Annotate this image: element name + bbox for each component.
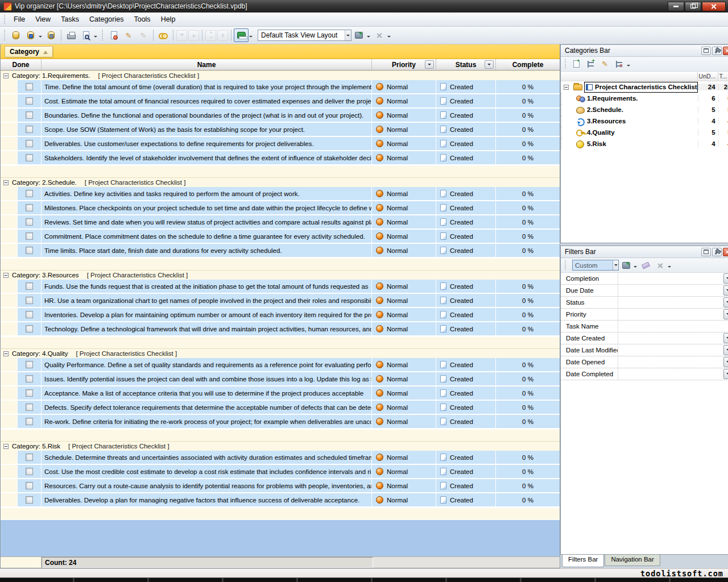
task-name-cell[interactable]: Cost. Estimate the total amount of finan… — [42, 94, 372, 109]
done-cell[interactable] — [18, 386, 42, 401]
priority-cell[interactable]: Normal — [372, 372, 436, 386]
task-name-cell[interactable]: Technology. Define a technological frame… — [42, 322, 372, 336]
priority-cell[interactable]: Normal — [372, 415, 436, 429]
priority-cell[interactable]: Normal — [372, 294, 436, 308]
done-checkbox[interactable] — [26, 404, 33, 411]
task-name-cell[interactable]: Deliverables. Use customer/user expectat… — [42, 137, 372, 151]
group-spacer-row[interactable] — [1, 165, 560, 177]
task-row[interactable]: Boundaries. Define the functional and op… — [1, 109, 560, 123]
restore-button[interactable] — [685, 2, 701, 11]
done-checkbox[interactable] — [26, 496, 33, 504]
filters-close-button[interactable] — [723, 248, 728, 256]
filter-dropdown-button[interactable] — [723, 297, 728, 307]
status-cell[interactable]: Created — [436, 215, 496, 230]
done-cell[interactable] — [18, 201, 42, 215]
task-name-cell[interactable]: Cost. Use the most credible cost estimat… — [42, 465, 372, 479]
done-checkbox[interactable] — [26, 311, 33, 318]
done-checkbox[interactable] — [26, 247, 33, 254]
done-cell[interactable] — [18, 109, 42, 123]
complete-cell[interactable]: 0 % — [496, 230, 560, 244]
done-cell[interactable] — [18, 123, 42, 137]
filter-dropdown-button[interactable] — [723, 285, 728, 296]
done-cell[interactable] — [18, 137, 42, 151]
tree-col-total[interactable]: T... — [718, 72, 728, 81]
tree-category-item[interactable]: 4.Quality 5 5 — [561, 127, 728, 138]
done-checkbox[interactable] — [26, 190, 33, 197]
task-row[interactable]: Cost. Estimate the total amount of finan… — [1, 94, 560, 109]
filters-pin-button[interactable] — [712, 248, 722, 256]
complete-cell[interactable]: 0 % — [496, 109, 560, 123]
new-task-button[interactable] — [107, 28, 121, 42]
done-cell[interactable] — [18, 465, 42, 479]
status-cell[interactable]: Created — [436, 294, 496, 308]
done-cell[interactable] — [18, 151, 42, 165]
group-expander-icon[interactable] — [3, 273, 9, 278]
status-cell[interactable]: Created — [436, 280, 496, 294]
complete-cell[interactable]: 0 % — [496, 80, 560, 94]
print-dropdown-arrow-icon[interactable] — [94, 36, 97, 39]
done-checkbox[interactable] — [26, 454, 33, 461]
priority-cell[interactable]: Normal — [372, 215, 436, 230]
group-header-row[interactable]: Category: 3.Resources [ Project Characte… — [1, 270, 560, 280]
delete-category-button[interactable]: x — [613, 58, 626, 70]
task-name-cell[interactable]: Boundaries. Define the functional and op… — [42, 109, 372, 123]
task-name-cell[interactable]: Resources. Carry out a route-cause analy… — [42, 479, 372, 493]
priority-cell[interactable]: Normal — [372, 151, 436, 165]
group-expander-icon[interactable] — [3, 444, 9, 449]
complete-cell[interactable]: 0 % — [496, 479, 560, 493]
status-cell[interactable]: Created — [436, 479, 496, 493]
done-cell[interactable] — [18, 451, 42, 465]
status-cell[interactable]: Created — [436, 151, 496, 165]
tree-category-item[interactable]: 5.Risk 4 4 — [561, 138, 728, 149]
move-bottom-button[interactable] — [205, 30, 216, 41]
categories-pin-button[interactable] — [712, 47, 722, 55]
filter-dropdown-button[interactable] — [723, 309, 728, 319]
status-cell[interactable]: Created — [436, 109, 496, 123]
status-cell[interactable]: Created — [436, 123, 496, 137]
filter-value-field[interactable] — [618, 368, 723, 380]
group-spacer-row[interactable] — [1, 336, 560, 348]
new-database-button[interactable] — [9, 28, 23, 42]
layout-combo-dropdown[interactable] — [345, 30, 351, 40]
delete-filter-button[interactable] — [653, 259, 667, 271]
task-row[interactable]: Inventories. Develop a plan for maintain… — [1, 308, 560, 322]
task-name-cell[interactable]: Quality Performance. Define a set of qua… — [42, 358, 372, 372]
save-database-button[interactable] — [44, 28, 58, 42]
done-cell[interactable] — [18, 94, 42, 109]
status-cell[interactable]: Created — [436, 322, 496, 336]
group-expander-icon[interactable] — [3, 73, 9, 78]
move-down-button[interactable] — [176, 30, 187, 41]
status-cell[interactable]: Created — [436, 372, 496, 386]
task-name-cell[interactable]: Milestones. Place checkpoints on your pr… — [42, 201, 372, 215]
complete-cell[interactable]: 0 % — [496, 493, 560, 508]
done-checkbox[interactable] — [26, 232, 33, 240]
complete-cell[interactable]: 0 % — [496, 401, 560, 415]
status-cell[interactable]: Created — [436, 230, 496, 244]
task-name-cell[interactable]: Commitment. Place commitment dates on th… — [42, 230, 372, 244]
done-checkbox[interactable] — [26, 468, 33, 475]
layout-combo[interactable]: Default Task View Layout — [258, 30, 351, 41]
task-row[interactable]: Acceptance. Make a list of acceptance cr… — [1, 386, 560, 401]
done-cell[interactable] — [18, 80, 42, 94]
filter-preset-combo[interactable]: Custom — [572, 260, 619, 271]
complete-cell[interactable]: 0 % — [496, 151, 560, 165]
task-row[interactable]: Scope. Use SOW (Statement of Work) as th… — [1, 123, 560, 137]
complete-cell[interactable]: 0 % — [496, 294, 560, 308]
done-checkbox[interactable] — [26, 218, 33, 226]
group-header-row[interactable]: Category: 2.Schedule. [ Project Characte… — [1, 177, 560, 187]
priority-cell[interactable]: Normal — [372, 451, 436, 465]
task-name-cell[interactable]: HR. Use a team organizational chart to g… — [42, 294, 372, 308]
priority-filter-button[interactable] — [425, 60, 434, 69]
menu-tasks[interactable]: Tasks — [56, 14, 84, 25]
done-cell[interactable] — [18, 244, 42, 258]
complete-cell[interactable]: 0 % — [496, 187, 560, 201]
done-cell[interactable] — [18, 308, 42, 322]
delete-layout-button[interactable] — [373, 28, 386, 42]
status-cell[interactable]: Created — [436, 80, 496, 94]
done-checkbox[interactable] — [26, 83, 33, 90]
filter-value-field[interactable] — [618, 332, 723, 344]
filter-preset-dropdown[interactable] — [613, 260, 618, 270]
status-cell[interactable]: Created — [436, 137, 496, 151]
priority-cell[interactable]: Normal — [372, 322, 436, 336]
menu-help[interactable]: Help — [156, 14, 181, 25]
